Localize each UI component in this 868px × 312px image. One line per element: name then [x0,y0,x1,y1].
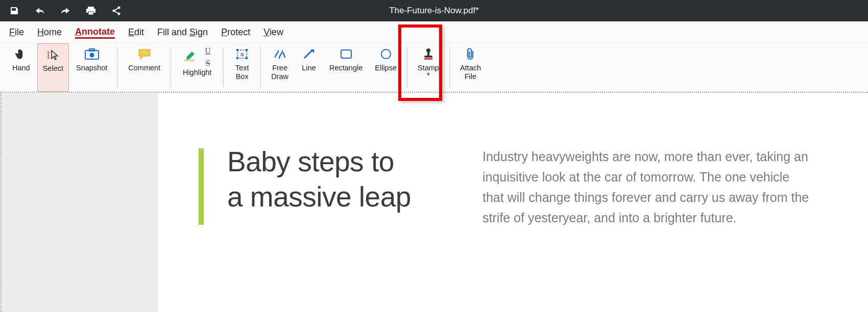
svg-text:I: I [46,48,50,61]
textbox-label-2: Box [236,72,249,81]
attach-file-button[interactable]: Attach File [455,43,486,92]
svg-rect-15 [236,57,238,59]
textbox-label-1: Text [235,64,249,72]
svg-rect-22 [424,56,432,58]
save-icon[interactable] [9,6,19,16]
svg-rect-11 [184,60,195,61]
separator [449,47,450,88]
menu-file[interactable]: File [9,26,24,39]
strikethrough-icon[interactable]: S [203,59,213,68]
underline-icon[interactable]: U [203,46,213,56]
ellipse-icon [378,46,394,62]
menu-view[interactable]: View [263,26,283,39]
select-icon: I [45,47,61,62]
menu-home[interactable]: Home [37,26,62,39]
snapshot-label: Snapshot [76,64,107,72]
ellipse-button[interactable]: Ellipse [370,43,402,92]
svg-rect-23 [424,58,432,60]
share-icon[interactable] [111,6,122,16]
svg-rect-3 [88,12,93,15]
select-label: Select [43,64,63,73]
separator [171,47,171,88]
line-label: Line [302,64,316,72]
separator [260,47,261,88]
snapshot-button[interactable]: Snapshot [71,43,112,92]
freedraw-label-2: Draw [271,72,288,81]
titlebar-quick-actions [9,6,122,16]
menu-fill-sign[interactable]: Fill and Sign [157,26,208,39]
attach-label-2: File [465,72,476,81]
svg-text:a: a [240,51,244,57]
rectangle-icon [338,46,354,62]
hand-tool-button[interactable]: Hand [7,43,35,92]
separator [223,47,224,88]
print-icon[interactable] [86,6,96,16]
document-title: The-Future-is-Now.pdf* [0,6,868,16]
textbox-button[interactable]: a Text Box [229,43,255,92]
hand-icon [13,46,29,62]
svg-rect-14 [246,49,248,51]
menu-annotate[interactable]: Annotate [75,25,115,39]
separator [407,47,407,88]
select-tool-button[interactable]: I Select [37,43,69,92]
redo-icon[interactable] [60,6,70,16]
line-button[interactable]: Line [296,43,322,92]
camera-icon [84,46,100,62]
comment-icon [136,46,153,62]
freedraw-label-1: Free [272,64,287,72]
freedraw-button[interactable]: Free Draw [266,43,294,92]
highlight-label: Highlight [183,68,211,77]
svg-point-20 [426,48,430,53]
menu-protect[interactable]: Protect [221,26,250,39]
svg-rect-21 [427,52,429,56]
headline-line-2: a massive leap [227,181,411,213]
ribbon-toolbar: Hand I Select Snapshot Comment U S [0,43,868,93]
chevron-down-icon: ▼ [426,71,431,77]
svg-rect-18 [341,50,351,58]
ellipse-label: Ellipse [375,64,397,72]
document-body-text: Industry heavyweights are now, more than… [483,146,809,312]
document-workspace: Baby steps to a massive leap Industry he… [1,93,868,312]
svg-rect-13 [236,49,238,51]
rectangle-button[interactable]: Rectangle [324,43,368,92]
paperclip-icon [462,46,478,62]
menu-bar: File Home Annotate Edit Fill and Sign Pr… [0,21,868,43]
svg-point-19 [381,49,391,59]
highlight-button[interactable]: U S Highlight [176,43,218,92]
svg-point-10 [89,53,94,58]
comment-button[interactable]: Comment [123,43,165,92]
svg-rect-16 [246,57,248,59]
freedraw-icon [272,46,288,62]
separator [117,47,118,88]
menu-edit[interactable]: Edit [128,26,144,39]
document-page[interactable]: Baby steps to a massive leap Industry he… [158,93,868,312]
comment-label: Comment [128,64,160,72]
stamp-button[interactable]: Stamp ▼ [413,43,444,92]
document-headline: Baby steps to a massive leap [227,144,472,312]
hand-label: Hand [12,64,30,72]
title-bar: The-Future-is-Now.pdf* [0,0,868,21]
rectangle-label: Rectangle [329,64,363,72]
highlighter-icon [181,48,198,64]
svg-rect-0 [14,8,15,10]
undo-icon[interactable] [35,6,45,16]
attach-label-1: Attach [460,64,481,72]
svg-rect-1 [88,7,94,9]
line-icon [301,46,317,62]
headline-line-1: Baby steps to [227,146,394,177]
textbox-icon: a [234,46,250,62]
stamp-icon [420,46,437,62]
accent-bar [199,148,204,225]
